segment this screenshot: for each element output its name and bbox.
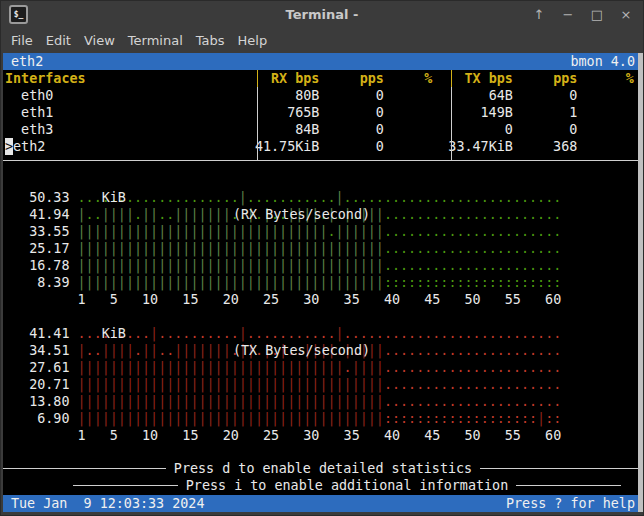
table-cell: 0 [513, 87, 577, 104]
table-cell: 0 [448, 121, 512, 138]
table-cell: 765B [255, 104, 319, 121]
table-cell: 368 [513, 138, 577, 155]
col-tx-pct: % [577, 70, 633, 87]
terminal-app-icon: $_ [9, 5, 28, 24]
rx-graph-row: 25.17|||||||||||||||||||||||||||||||||||… [3, 240, 643, 257]
bmon-status-bar: Tue Jan 9 12:03:33 2024 Press ? for help [3, 495, 643, 512]
menubar: File Edit View Terminal Tabs Help [1, 27, 643, 53]
col-tx-pps: pps [513, 70, 577, 87]
table-cell: 33.47KiB [448, 138, 512, 155]
titlebar[interactable]: $_ Terminal - ↑ − □ × [1, 1, 643, 27]
rx-graph-row: 16.78|||||||||||||||||||||||||||||||||||… [3, 257, 643, 274]
window-title: Terminal - [286, 7, 359, 22]
table-cell [432, 121, 448, 138]
table-cell: 0 [319, 104, 383, 121]
menu-tabs[interactable]: Tabs [196, 33, 225, 48]
menu-file[interactable]: File [11, 33, 33, 48]
rx-x-axis: 1 5 10 15 20 25 30 35 40 45 50 55 60 [3, 291, 643, 308]
rx-graph-row: 33.55|||||||||||||||||||||||||||||||.|||… [3, 223, 643, 240]
tx-x-axis: 1 5 10 15 20 25 30 35 40 45 50 55 60 [3, 427, 643, 444]
tx-graph-row: 6.90||||||||||||||||||||||||||||||||||||… [3, 410, 643, 427]
table-cell [432, 104, 448, 121]
interface-row[interactable]: eth080B064B0 [3, 87, 643, 104]
window-controls: ↑ − □ × [532, 1, 633, 27]
menu-help[interactable]: Help [238, 33, 268, 48]
tx-graph-row: 13.80|||||||||||||||||||||||||||||||||||… [3, 393, 643, 410]
tx-unit-label: KiB [70, 325, 126, 342]
col-rx-pct: % [384, 70, 432, 87]
interface-name: eth0 [13, 87, 255, 104]
table-cell: 1 [513, 104, 577, 121]
interface-row[interactable]: >eth241.75KiB033.47KiB368 [3, 138, 643, 155]
table-cell [577, 87, 633, 104]
rx-graph: KiB (RX Bytes/second) 50.33.............… [3, 172, 643, 308]
rx-graph-title: (RX Bytes/second) [233, 206, 370, 223]
col-rx-bps: RX bps [255, 70, 319, 87]
table-cell [432, 87, 448, 104]
table-cell: 149B [448, 104, 512, 121]
table-cell [384, 138, 432, 155]
bmon-selected-interface: eth2 [11, 53, 43, 70]
tx-graph-title: (TX Bytes/second) [233, 342, 370, 359]
terminal-viewport: eth2 bmon 4.0 Interfaces RX bps pps % TX… [3, 53, 643, 512]
tx-graph-row: 27.61|||||||||||||||||||||||||||||||||.|… [3, 359, 643, 376]
table-cell [384, 87, 432, 104]
table-cell [577, 121, 633, 138]
maximize-button[interactable]: □ [590, 7, 604, 22]
table-cell: 0 [319, 121, 383, 138]
rollup-button[interactable]: ↑ [532, 7, 546, 22]
table-cell: 41.75KiB [255, 138, 319, 155]
terminal-window: $_ Terminal - ↑ − □ × File Edit View Ter… [0, 0, 644, 516]
table-cell [577, 138, 633, 155]
hint-detailed-statistics: Press d to enable detailed statistics [3, 460, 643, 477]
table-cell: 0 [319, 87, 383, 104]
tx-graph: KiB (TX Bytes/second) 41.41.........|...… [3, 308, 643, 444]
interface-row[interactable]: eth384B000 [3, 121, 643, 138]
interface-name: eth1 [13, 104, 255, 121]
interface-name: eth3 [13, 121, 255, 138]
tx-graph-row: 20.71|||||||||||||||||||||||||||||||||||… [3, 376, 643, 393]
table-separator-left [257, 70, 258, 161]
status-datetime: Tue Jan 9 12:03:33 2024 [11, 495, 204, 512]
row-marker [5, 121, 13, 138]
rx-graph-row: 8.39||||||||||||||||||||||||||||||||||||… [3, 274, 643, 291]
terminal-scrollbar[interactable] [638, 53, 643, 512]
selection-cursor: > [5, 138, 13, 155]
hint-additional-information: Press i to enable additional information [3, 477, 643, 494]
table-cell: 0 [319, 138, 383, 155]
bmon-version-label: bmon 4.0 [571, 53, 636, 70]
interface-name: eth2 [13, 138, 255, 155]
row-marker [5, 87, 13, 104]
table-cell: 0 [513, 121, 577, 138]
close-button[interactable]: × [619, 7, 633, 22]
col-interfaces: Interfaces [5, 70, 255, 87]
col-rx-pps: pps [319, 70, 383, 87]
table-separator-right [451, 70, 452, 161]
interface-table-header: Interfaces RX bps pps % TX bps pps % [3, 70, 643, 87]
interface-table-rows: eth080B064B0 eth1765B0149B1 eth384B000>e… [3, 87, 643, 155]
table-cell: 64B [448, 87, 512, 104]
table-cell [384, 104, 432, 121]
rx-unit-label: KiB [70, 189, 126, 206]
table-cell [577, 104, 633, 121]
col-tx-bps: TX bps [448, 70, 512, 87]
menu-edit[interactable]: Edit [46, 33, 71, 48]
table-cell: 84B [255, 121, 319, 138]
menu-terminal[interactable]: Terminal [128, 33, 183, 48]
table-cell [432, 138, 448, 155]
status-help-hint: Press ? for help [506, 495, 635, 512]
row-marker [5, 104, 13, 121]
table-bottom-rule [3, 160, 643, 161]
minimize-button[interactable]: − [561, 7, 575, 22]
bmon-header-bar: eth2 bmon 4.0 [3, 53, 643, 70]
table-cell [384, 121, 432, 138]
interface-row[interactable]: eth1765B0149B1 [3, 104, 643, 121]
menu-view[interactable]: View [84, 33, 115, 48]
table-cell: 80B [255, 87, 319, 104]
